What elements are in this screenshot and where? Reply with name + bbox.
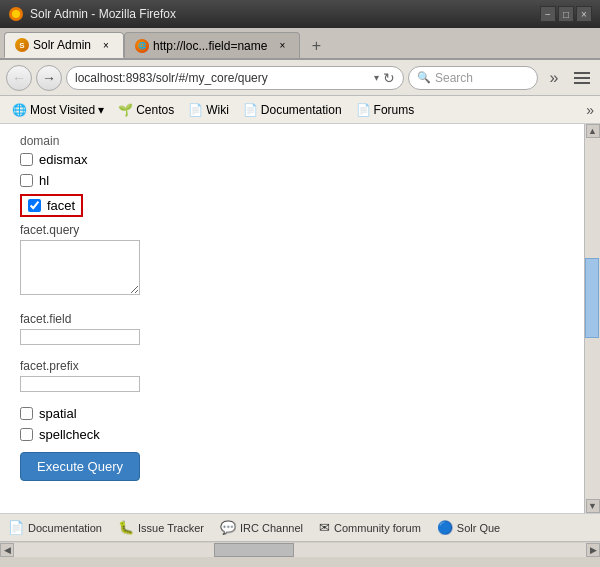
docs-status-label: Documentation	[28, 522, 102, 534]
facet-prefix-label: facet.prefix	[20, 359, 564, 373]
edismax-label[interactable]: edismax	[39, 152, 87, 167]
url-bar[interactable]: localhost:8983/solr/#/my_core/query ▾ ↻	[66, 66, 404, 90]
spellcheck-checkbox[interactable]	[20, 428, 33, 441]
facet-prefix-input[interactable]	[20, 376, 140, 392]
bookmark-most-visited[interactable]: 🌐 Most Visited ▾	[6, 101, 110, 119]
bookmark-documentation[interactable]: 📄 Documentation	[237, 101, 348, 119]
scroll-track-area	[585, 138, 600, 499]
status-documentation[interactable]: 📄 Documentation	[8, 520, 102, 535]
content-area: domain edismax hl facet facet.query face…	[0, 124, 600, 513]
loc-tab-icon: 🌐	[135, 39, 149, 53]
facet-highlight-box: facet	[20, 194, 83, 217]
hl-row: hl	[20, 173, 564, 188]
tab-bar: S Solr Admin × 🌐 http://loc...field=name…	[0, 28, 600, 60]
tab-solr-admin[interactable]: S Solr Admin ×	[4, 32, 124, 58]
spatial-label[interactable]: spatial	[39, 406, 77, 421]
hl-label[interactable]: hl	[39, 173, 49, 188]
menu-line-3	[574, 82, 590, 84]
tab-close-loc[interactable]: ×	[275, 39, 289, 53]
forums-icon: 📄	[356, 103, 371, 117]
nav-more-button[interactable]: »	[542, 66, 566, 90]
scroll-right-arrow[interactable]: ▶	[586, 543, 600, 557]
section-title: domain	[20, 134, 564, 148]
bookmark-wiki[interactable]: 📄 Wiki	[182, 101, 235, 119]
url-dropdown-arrow[interactable]: ▾	[374, 72, 379, 83]
scroll-left-arrow[interactable]: ◀	[0, 543, 14, 557]
hscroll-thumb[interactable]	[214, 543, 294, 557]
url-text: localhost:8983/solr/#/my_core/query	[75, 71, 370, 85]
status-irc-channel[interactable]: 💬 IRC Channel	[220, 520, 303, 535]
new-tab-button[interactable]: +	[304, 34, 328, 58]
solr-tab-icon: S	[15, 38, 29, 52]
status-community-forum[interactable]: ✉ Community forum	[319, 520, 421, 535]
titlebar-left: Solr Admin - Mozilla Firefox	[8, 6, 176, 22]
solr-que-icon: 🔵	[437, 520, 453, 535]
scroll-down-arrow[interactable]: ▼	[586, 499, 600, 513]
irc-icon: 💬	[220, 520, 236, 535]
edismax-row: edismax	[20, 152, 564, 167]
window-controls[interactable]: − □ ×	[540, 6, 592, 22]
forward-button[interactable]: →	[36, 65, 62, 91]
centos-icon: 🌱	[118, 103, 133, 117]
facet-prefix-group: facet.prefix	[20, 359, 564, 392]
docs-label: Documentation	[261, 103, 342, 117]
status-solr-que[interactable]: 🔵 Solr Que	[437, 520, 500, 535]
facet-query-label: facet.query	[20, 223, 564, 237]
forums-label: Forums	[374, 103, 415, 117]
menu-line-1	[574, 72, 590, 74]
status-issue-tracker[interactable]: 🐛 Issue Tracker	[118, 520, 204, 535]
search-icon: 🔍	[417, 71, 431, 84]
docs-status-icon: 📄	[8, 520, 24, 535]
forum-label: Community forum	[334, 522, 421, 534]
vertical-scrollbar: ▲ ▼	[584, 124, 600, 513]
facet-checkbox[interactable]	[28, 199, 41, 212]
tab-close-solr[interactable]: ×	[99, 38, 113, 52]
edismax-checkbox[interactable]	[20, 153, 33, 166]
spellcheck-row: spellcheck	[20, 427, 564, 442]
spellcheck-label[interactable]: spellcheck	[39, 427, 100, 442]
spatial-row: spatial	[20, 406, 564, 421]
hscroll-track	[14, 543, 586, 557]
docs-icon: 📄	[243, 103, 258, 117]
hl-checkbox[interactable]	[20, 174, 33, 187]
bookmark-forums[interactable]: 📄 Forums	[350, 101, 421, 119]
wiki-icon: 📄	[188, 103, 203, 117]
facet-query-textarea[interactable]	[20, 240, 140, 295]
scroll-thumb[interactable]	[585, 258, 599, 338]
form-panel: domain edismax hl facet facet.query face…	[0, 124, 584, 513]
facet-field-input[interactable]	[20, 329, 140, 345]
tab-loc-field[interactable]: 🌐 http://loc...field=name ×	[124, 32, 300, 58]
search-bar[interactable]: 🔍 Search	[408, 66, 538, 90]
most-visited-arrow: ▾	[98, 103, 104, 117]
facet-label[interactable]: facet	[47, 198, 75, 213]
irc-label: IRC Channel	[240, 522, 303, 534]
firefox-icon	[8, 6, 24, 22]
forum-icon: ✉	[319, 520, 330, 535]
execute-query-button[interactable]: Execute Query	[20, 452, 140, 481]
svg-point-1	[12, 10, 20, 18]
bookmarks-more-button[interactable]: »	[586, 102, 594, 118]
bookmark-centos[interactable]: 🌱 Centos	[112, 101, 180, 119]
nav-menu-button[interactable]	[570, 66, 594, 90]
facet-field-label: facet.field	[20, 312, 564, 326]
back-button[interactable]: ←	[6, 65, 32, 91]
window-title: Solr Admin - Mozilla Firefox	[30, 7, 176, 21]
search-placeholder: Search	[435, 71, 473, 85]
scroll-up-arrow[interactable]: ▲	[586, 124, 600, 138]
facet-field-group: facet.field	[20, 312, 564, 345]
horizontal-scrollbar: ◀ ▶	[0, 541, 600, 557]
close-button[interactable]: ×	[576, 6, 592, 22]
bookmarks-bar: 🌐 Most Visited ▾ 🌱 Centos 📄 Wiki 📄 Docum…	[0, 96, 600, 124]
wiki-label: Wiki	[206, 103, 229, 117]
maximize-button[interactable]: □	[558, 6, 574, 22]
most-visited-label: Most Visited	[30, 103, 95, 117]
tab-solr-label: Solr Admin	[33, 38, 91, 52]
titlebar: Solr Admin - Mozilla Firefox − □ ×	[0, 0, 600, 28]
tab-loc-label: http://loc...field=name	[153, 39, 267, 53]
refresh-button[interactable]: ↻	[383, 70, 395, 86]
menu-line-2	[574, 77, 590, 79]
facet-query-group: facet.query	[20, 223, 564, 298]
spatial-checkbox[interactable]	[20, 407, 33, 420]
statusbar: 📄 Documentation 🐛 Issue Tracker 💬 IRC Ch…	[0, 513, 600, 541]
minimize-button[interactable]: −	[540, 6, 556, 22]
